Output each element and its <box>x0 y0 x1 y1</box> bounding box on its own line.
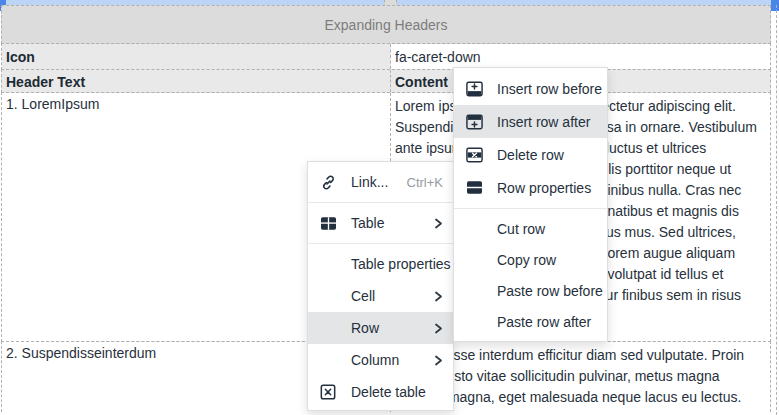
menu-item-cut-row[interactable]: Cut row <box>454 213 607 244</box>
chevron-right-icon <box>434 355 443 366</box>
insert-row-before-icon <box>466 81 490 97</box>
menu-item-label: Cut row <box>497 221 545 237</box>
row-properties-icon <box>466 180 490 195</box>
menu-item-label: Insert row after <box>497 114 590 130</box>
icon-label-cell[interactable]: Icon <box>2 44 391 69</box>
menu-separator <box>308 243 453 244</box>
context-menu: Link... Ctrl+K Table Table properties <box>307 161 454 411</box>
menu-item-label: Paste row before <box>497 283 603 299</box>
menu-item-label: Paste row after <box>497 314 591 330</box>
menu-item-label: Row properties <box>497 180 591 196</box>
selection-handle-right[interactable] <box>771 0 779 11</box>
column-header-row[interactable]: Header Text Content <box>1 69 771 93</box>
menu-item-link[interactable]: Link... Ctrl+K <box>308 166 453 198</box>
menu-item-label: Column <box>351 352 399 368</box>
table-icon <box>320 216 344 231</box>
menu-item-paste-row-before[interactable]: Paste row before <box>454 275 607 306</box>
delete-row-icon <box>466 147 490 163</box>
table-title-row[interactable]: Expanding Headers <box>1 5 771 44</box>
menu-item-column[interactable]: Column <box>308 344 453 376</box>
icon-row[interactable]: Icon fa-caret-down <box>1 43 771 70</box>
menu-item-label: Cell <box>351 288 375 304</box>
menu-item-label: Delete table <box>351 384 426 400</box>
header-text-column-header[interactable]: Header Text <box>2 70 391 92</box>
icon-value-cell[interactable]: fa-caret-down <box>391 44 770 69</box>
menu-item-label: Delete row <box>497 147 564 163</box>
menu-item-label: Row <box>351 320 379 336</box>
insert-row-after-icon <box>466 114 490 130</box>
menu-item-row-properties[interactable]: Row properties <box>454 171 607 204</box>
chevron-right-icon <box>434 218 443 229</box>
link-icon <box>320 174 344 191</box>
menu-item-table-properties[interactable]: Table properties <box>308 248 453 280</box>
chevron-right-icon <box>434 323 443 334</box>
menu-item-cell[interactable]: Cell <box>308 280 453 312</box>
menu-item-delete-row[interactable]: Delete row <box>454 138 607 171</box>
menu-separator <box>308 202 453 203</box>
table-outer-border <box>776 5 777 415</box>
menu-item-delete-table[interactable]: Delete table <box>308 376 453 408</box>
row-submenu: Insert row before Insert row after D <box>453 67 608 342</box>
menu-item-label: Insert row before <box>497 81 602 97</box>
menu-item-insert-row-before[interactable]: Insert row before <box>454 72 607 105</box>
menu-item-insert-row-after[interactable]: Insert row after <box>454 105 607 138</box>
menu-item-label: Table properties <box>351 256 451 272</box>
menu-item-shortcut: Ctrl+K <box>407 175 443 190</box>
menu-item-table[interactable]: Table <box>308 207 453 239</box>
menu-separator <box>454 208 607 209</box>
rich-text-editor-canvas[interactable]: Expanding Headers Icon fa-caret-down Hea… <box>0 0 779 415</box>
menu-item-label: Copy row <box>497 252 556 268</box>
menu-item-paste-row-after[interactable]: Paste row after <box>454 306 607 337</box>
menu-item-label: Link... <box>351 174 388 190</box>
menu-item-row[interactable]: Row <box>308 312 453 344</box>
menu-item-label: Table <box>351 215 384 231</box>
delete-table-icon <box>320 384 344 400</box>
table-title: Expanding Headers <box>325 17 448 33</box>
menu-item-copy-row[interactable]: Copy row <box>454 244 607 275</box>
chevron-right-icon <box>434 291 443 302</box>
